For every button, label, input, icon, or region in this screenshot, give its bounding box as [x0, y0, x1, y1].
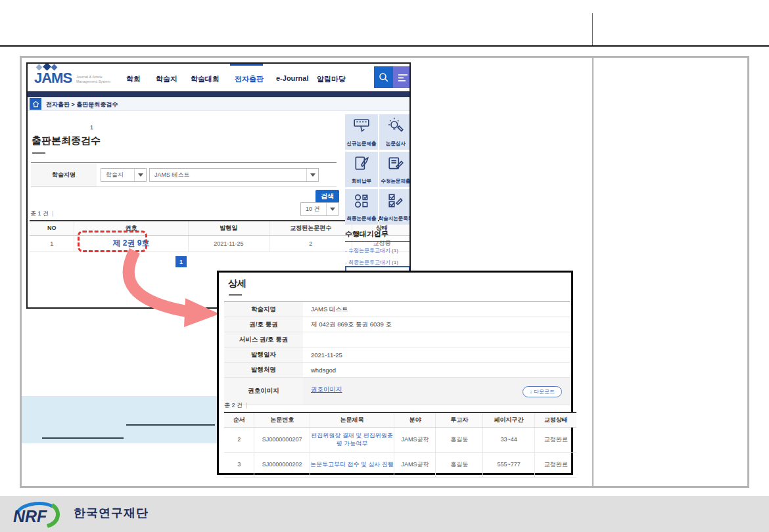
articles-total: 총 2 건|: [224, 401, 247, 410]
tile-final-submission[interactable]: 최종논문제출: [345, 189, 378, 225]
list-total: 총 1 건|: [30, 210, 53, 218]
page-size-select[interactable]: 10 건: [300, 202, 338, 216]
cell-count: 2: [269, 235, 352, 252]
pending-tasks-title: 수행대기업무: [345, 229, 388, 239]
nav-haksulji[interactable]: 학술지: [156, 74, 177, 84]
detail-row: 학술지명 JAMS 테스트: [224, 302, 570, 317]
app-header: JAMS Journal & Article Management System…: [28, 64, 409, 91]
checklist-pencil-icon: [387, 192, 404, 210]
page-title: 출판본최종검수: [32, 135, 101, 147]
article-row: 2 SJ0000000207 편집위원장 결재 및 편집위원총평 가능여부 JA…: [224, 427, 576, 452]
tile-new-submission[interactable]: 신규논문제출: [345, 114, 378, 150]
home-icon[interactable]: [30, 98, 41, 110]
task-revised-waiting[interactable]: - 수정논문투고대기 (1): [345, 247, 398, 254]
note-pencil-icon: [387, 155, 404, 172]
header-accent-bar: [28, 91, 409, 97]
article-title-link[interactable]: 편집위원장 결재 및 편집위원총평 가능여부: [310, 432, 394, 447]
chevron-down-icon: [306, 169, 318, 181]
top-horizontal-rule: [0, 45, 769, 47]
detail-row-issue-image: 권호이미지 권호이미지 ↓ 다운로드: [224, 378, 570, 405]
lightbulb-pencil-icon: [387, 118, 404, 135]
menu-button[interactable]: [393, 66, 411, 88]
col-count: 교정된논문편수: [269, 221, 352, 235]
col-issue: 권호: [74, 221, 188, 235]
task-final-waiting[interactable]: - 최종논문투고대기 (1): [345, 259, 398, 266]
footer-org-name: 한국연구재단: [74, 505, 149, 521]
pending-tasks-divider: [345, 241, 410, 242]
chevron-down-icon: [326, 203, 338, 215]
top-vertical-divider: [592, 13, 593, 46]
article-row: 3 SJ0000000202 논문투고부터 접수 및 심사 진행 JAMS공학 …: [224, 452, 576, 477]
issue-link[interactable]: 제 2권 9호: [113, 238, 150, 248]
app-logo[interactable]: JAMS: [34, 70, 72, 87]
tile-revised-submission[interactable]: 수정논문제출: [379, 152, 411, 187]
issue-image-link[interactable]: 권호이미지: [311, 386, 342, 393]
breadcrumb[interactable]: 전자출판 > 출판본최종검수: [46, 100, 118, 109]
detail-row: 권/호 통권 제 042권 869호 통권 6039 호: [224, 317, 570, 332]
nav-hakhoe[interactable]: 학회: [126, 74, 141, 84]
page-title-underline: [32, 152, 45, 154]
nrf-logo-icon: NRF: [8, 499, 74, 530]
tile-fee-payment[interactable]: 회비납부: [345, 152, 378, 187]
journal-name-label: 학술지명: [31, 163, 97, 187]
tile-article-list[interactable]: 학술지논문목록: [379, 189, 411, 225]
articles-header-row: 순서 논문번호 논문제목 분야 투고자 페이지구간 교정상태: [224, 412, 576, 427]
faces-checkbox-icon: [353, 192, 370, 210]
footer: NRF 한국연구재단: [0, 496, 769, 532]
search-icon: [379, 72, 389, 83]
paper-feather-icon: [353, 155, 370, 172]
cell-no: 1: [30, 235, 74, 252]
nav-allimmadang[interactable]: 알림마당: [317, 74, 346, 84]
article-title-link[interactable]: 논문투고부터 접수 및 심사 진행: [310, 460, 394, 468]
app-logo-subtitle: Journal & Article Management System: [76, 75, 110, 84]
page: JAMS Journal & Article Management System…: [0, 0, 769, 532]
nav-electronic-publishing[interactable]: 전자출판: [235, 74, 264, 84]
frame-column-divider: [592, 58, 594, 486]
detail-row: 발행처명 whdsgod: [224, 363, 570, 378]
detail-row: 발행일자 2021-11-25: [224, 347, 570, 363]
nav-active-indicator: [230, 64, 263, 66]
tile-review[interactable]: 논문심사: [379, 114, 411, 150]
search-button-header[interactable]: [374, 66, 393, 88]
detail-row: 서비스 권/호 통권: [224, 332, 570, 347]
download-button[interactable]: ↓ 다운로드: [523, 386, 562, 397]
keyboard-hand-icon: [353, 118, 370, 135]
chevron-down-icon: [134, 169, 146, 181]
journal-name-select[interactable]: JAMS 테스트: [149, 168, 319, 182]
popup-title: 상세: [228, 278, 246, 290]
breadcrumb-bar: 전자출판 > 출판본최종검수: [28, 97, 409, 111]
redacted-line: [42, 437, 124, 439]
detail-popup: 상세 학술지명 JAMS 테스트 권/호 통권 제 042권 869호 통권 6…: [217, 271, 573, 475]
search-form: 학술지명 학술지 JAMS 테스트: [31, 162, 337, 187]
artifact-text: 1: [90, 124, 93, 131]
hamburger-icon: [398, 73, 408, 82]
svg-text:NRF: NRF: [13, 507, 47, 525]
nav-haksuldaehoe[interactable]: 학술대회: [191, 74, 220, 84]
issue-detail-table: 학술지명 JAMS 테스트 권/호 통권 제 042권 869호 통권 6039…: [224, 301, 570, 405]
pagination-page-1[interactable]: 1: [175, 256, 187, 267]
popup-title-underline: [229, 294, 242, 296]
annotation-box: [22, 396, 217, 443]
journal-type-select[interactable]: 학술지: [101, 168, 147, 182]
artifact-text: 1: [90, 103, 93, 110]
redacted-line: [126, 424, 215, 426]
col-date: 발행일: [188, 221, 269, 235]
cell-date: 2021-11-25: [188, 235, 269, 252]
search-submit-button[interactable]: 검색: [315, 190, 339, 203]
nav-ejournal[interactable]: e-Journal: [276, 74, 309, 82]
articles-table: 순서 논문번호 논문제목 분야 투고자 페이지구간 교정상태 2 SJ00000…: [224, 412, 576, 477]
col-no: NO: [30, 221, 74, 235]
